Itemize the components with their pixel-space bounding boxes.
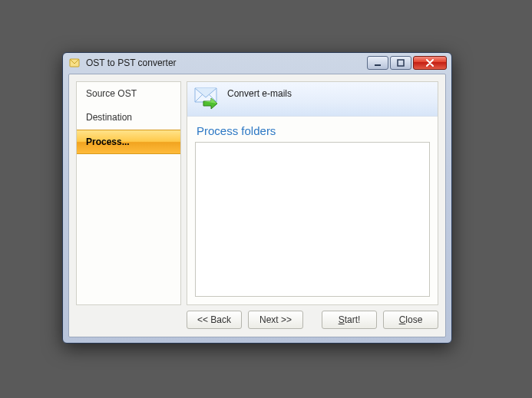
- window-title: OST to PST converter: [86, 58, 367, 68]
- sidebar-item-source-ost[interactable]: Source OST: [77, 82, 180, 106]
- section: Process folders: [187, 117, 438, 304]
- close-button[interactable]: Close: [383, 311, 438, 329]
- button-label: << Back: [197, 314, 231, 325]
- start-button[interactable]: Start!: [322, 311, 377, 329]
- wizard-sidebar: Source OST Destination Process...: [76, 81, 181, 305]
- sidebar-item-process[interactable]: Process...: [77, 130, 180, 154]
- sidebar-item-label: Destination: [86, 112, 132, 123]
- back-button[interactable]: << Back: [187, 311, 242, 329]
- panels: Source OST Destination Process...: [76, 81, 438, 305]
- main-panel: Convert e-mails Process folders: [187, 81, 438, 305]
- maximize-button[interactable]: [390, 56, 411, 70]
- app-icon: [69, 57, 81, 69]
- button-label: tart!: [345, 314, 361, 325]
- sidebar-item-destination[interactable]: Destination: [77, 106, 180, 130]
- close-window-button[interactable]: [413, 56, 447, 70]
- titlebar[interactable]: OST to PST converter: [63, 53, 451, 73]
- minimize-button[interactable]: [367, 56, 388, 70]
- svg-rect-2: [398, 60, 404, 66]
- button-label: lose: [405, 314, 422, 325]
- banner: Convert e-mails: [187, 82, 438, 117]
- client-area: Source OST Destination Process...: [68, 74, 446, 337]
- sidebar-item-label: Source OST: [86, 88, 137, 99]
- window-controls: [367, 56, 447, 70]
- envelope-arrow-icon: [193, 85, 221, 113]
- folders-listbox[interactable]: [195, 142, 430, 297]
- sidebar-item-label: Process...: [86, 137, 130, 147]
- section-title: Process folders: [197, 124, 430, 137]
- button-label: Next >>: [259, 314, 292, 325]
- footer: << Back Next >> Start! Close: [76, 310, 438, 330]
- app-window: OST to PST converter Source OST Destinat…: [62, 52, 452, 344]
- banner-title: Convert e-mails: [227, 88, 292, 99]
- button-accel: S: [339, 314, 345, 325]
- next-button[interactable]: Next >>: [248, 311, 303, 329]
- svg-rect-1: [375, 64, 381, 66]
